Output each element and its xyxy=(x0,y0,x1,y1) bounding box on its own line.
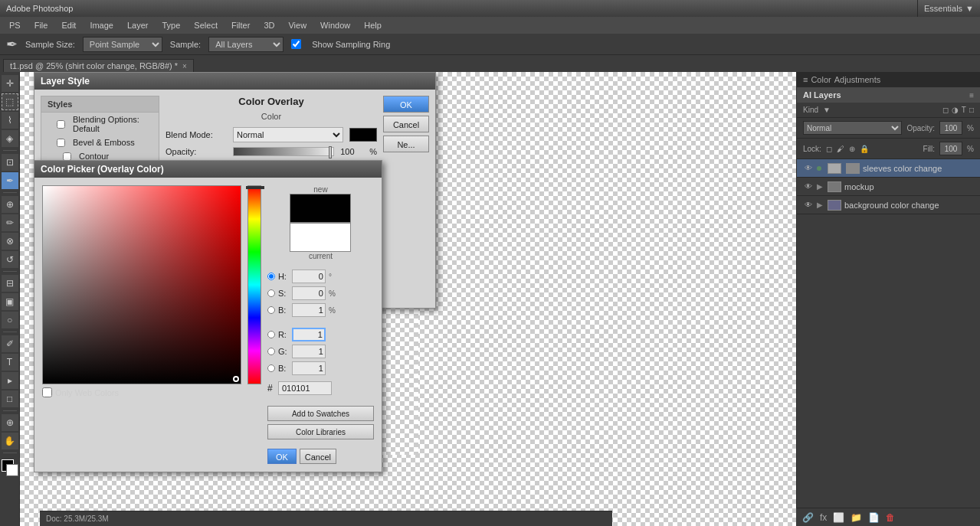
menu-filter[interactable]: Filter xyxy=(225,19,256,31)
quick-select-tool[interactable]: ◈ xyxy=(2,130,18,147)
hue-input[interactable] xyxy=(292,270,326,283)
blue-input[interactable] xyxy=(292,361,326,375)
layer-visibility-mockup[interactable]: 👁 xyxy=(803,181,814,192)
color-gradient-cursor[interactable] xyxy=(233,376,239,382)
layer-visibility-sleeves[interactable]: 👁 xyxy=(803,163,814,174)
menu-window[interactable]: Window xyxy=(314,19,356,31)
move-tool[interactable]: ✛ xyxy=(2,75,18,92)
ok-button[interactable]: OK xyxy=(383,96,429,113)
style-item-bevel[interactable]: Bevel & Emboss xyxy=(41,136,159,149)
hand-tool[interactable]: ✋ xyxy=(2,433,18,449)
crop-tool[interactable]: ⊡ xyxy=(2,154,18,171)
filter-shape[interactable]: □ xyxy=(969,106,974,114)
adjustments-panel-label[interactable]: Adjustments xyxy=(834,75,881,84)
menu-ps[interactable]: PS xyxy=(3,19,27,31)
lock-all[interactable]: 🔒 xyxy=(860,145,869,153)
menu-help[interactable]: Help xyxy=(358,19,388,31)
filter-type[interactable]: T xyxy=(962,106,966,114)
menu-view[interactable]: View xyxy=(282,19,313,31)
layer-row-mockup[interactable]: 👁 ▶ mockup xyxy=(797,178,980,196)
cp-cancel-button[interactable]: Cancel xyxy=(300,449,336,464)
hex-input[interactable] xyxy=(278,381,332,395)
tab-close-button[interactable]: × xyxy=(182,62,187,70)
spot-heal-tool[interactable]: ⊕ xyxy=(2,196,18,213)
layer-blend-mode-select[interactable]: Normal xyxy=(803,121,902,135)
layer-opacity-input[interactable] xyxy=(939,121,962,135)
blue-radio[interactable] xyxy=(267,364,275,372)
color-panel-label[interactable]: Color xyxy=(811,75,831,84)
clone-stamp-tool[interactable]: ⊗ xyxy=(2,233,18,250)
bevel-checkbox[interactable] xyxy=(57,139,65,147)
sample-select[interactable]: All Layers Current Layer xyxy=(208,37,284,52)
lasso-tool[interactable]: ⌇ xyxy=(2,112,18,129)
color-gradient[interactable] xyxy=(42,185,241,384)
show-sampling-ring-checkbox[interactable] xyxy=(291,39,301,49)
canvas-region[interactable]: Doc: 25.3M/25.3M Layer Style Styles xyxy=(20,72,796,526)
red-input[interactable] xyxy=(292,328,326,341)
hue-cursor[interactable] xyxy=(246,186,264,189)
sat-input[interactable] xyxy=(292,286,326,300)
layer-row-sleeves[interactable]: 👁 sleeves color change xyxy=(797,159,980,178)
fg-bg-color-selector[interactable] xyxy=(2,459,18,476)
red-radio[interactable] xyxy=(267,331,275,338)
fill-input[interactable] xyxy=(939,142,962,155)
zoom-tool[interactable]: ⊕ xyxy=(2,414,18,431)
essentials-dropdown[interactable]: Essentials ▼ xyxy=(917,0,980,17)
background-color[interactable] xyxy=(6,464,18,476)
history-brush-tool[interactable]: ↺ xyxy=(2,251,18,268)
menu-select[interactable]: Select xyxy=(188,19,224,31)
contour-checkbox[interactable] xyxy=(63,152,71,161)
add-style-button[interactable]: fx xyxy=(820,512,827,523)
eyedropper-tool[interactable]: ✒ xyxy=(2,172,18,189)
new-layer-button[interactable]: 📄 xyxy=(868,512,880,523)
opacity-slider-handle[interactable] xyxy=(329,146,332,158)
add-to-swatches-button[interactable]: Add to Swatches xyxy=(267,406,374,421)
bri-input[interactable] xyxy=(292,303,326,317)
lock-position[interactable]: ⊕ xyxy=(849,145,855,153)
blending-checkbox[interactable] xyxy=(57,120,65,129)
new-group-button[interactable]: 📁 xyxy=(851,512,862,523)
menu-image[interactable]: Image xyxy=(84,19,120,31)
delete-layer-button[interactable]: 🗑 xyxy=(886,512,895,523)
cancel-button[interactable]: Cancel xyxy=(383,116,429,132)
color-overlay-swatch[interactable] xyxy=(349,128,377,142)
rectangle-select-tool[interactable]: ⬚ xyxy=(2,93,18,110)
color-libraries-button[interactable]: Color Libraries xyxy=(267,424,374,439)
dodge-tool[interactable]: ○ xyxy=(2,312,18,328)
opacity-slider[interactable] xyxy=(233,147,334,156)
filter-adjustment[interactable]: ◑ xyxy=(952,106,959,114)
path-select-tool[interactable]: ▸ xyxy=(2,372,18,389)
new-button[interactable]: Ne... xyxy=(383,136,429,152)
only-web-colors-checkbox[interactable] xyxy=(42,387,52,397)
gradient-tool[interactable]: ▣ xyxy=(2,293,18,310)
blend-mode-select[interactable]: Normal Multiply Screen xyxy=(233,127,343,142)
hue-slider[interactable] xyxy=(247,185,261,384)
color-picker-dialog[interactable]: Color Picker (Overlay Color) Only Web Co… xyxy=(34,160,382,472)
document-tab[interactable]: t1.psd @ 25% (shirt color change, RGB/8#… xyxy=(3,59,194,72)
green-input[interactable] xyxy=(292,345,326,358)
sat-radio[interactable] xyxy=(267,289,275,297)
menu-edit[interactable]: Edit xyxy=(55,19,82,31)
text-tool[interactable]: T xyxy=(2,354,18,371)
add-link-button[interactable]: 🔗 xyxy=(802,512,814,523)
shape-tool[interactable]: □ xyxy=(2,390,18,407)
lock-image[interactable]: 🖌 xyxy=(837,145,844,153)
layer-visibility-bg[interactable]: 👁 xyxy=(803,200,814,211)
lock-transparency[interactable]: ◻ xyxy=(826,145,832,153)
menu-type[interactable]: Type xyxy=(156,19,187,31)
sample-size-select[interactable]: Point Sample 3 by 3 Average 5 by 5 Avera… xyxy=(83,37,162,52)
green-radio[interactable] xyxy=(267,348,275,355)
eraser-tool[interactable]: ⊟ xyxy=(2,275,18,292)
cp-ok-button[interactable]: OK xyxy=(267,449,297,464)
pen-tool[interactable]: ✐ xyxy=(2,335,18,352)
bri-radio[interactable] xyxy=(267,306,275,314)
hue-radio[interactable] xyxy=(267,273,275,280)
menu-file[interactable]: File xyxy=(28,19,54,31)
menu-layer[interactable]: Layer xyxy=(121,19,155,31)
menu-3d[interactable]: 3D xyxy=(257,19,280,31)
filter-pixel[interactable]: ◻ xyxy=(942,106,949,114)
brush-tool[interactable]: ✏ xyxy=(2,214,18,231)
layer-row-bg[interactable]: 👁 ▶ background color change xyxy=(797,196,980,214)
style-item-blending[interactable]: Blending Options: Default xyxy=(41,113,159,136)
layers-panel-menu[interactable]: ≡ xyxy=(969,91,974,100)
